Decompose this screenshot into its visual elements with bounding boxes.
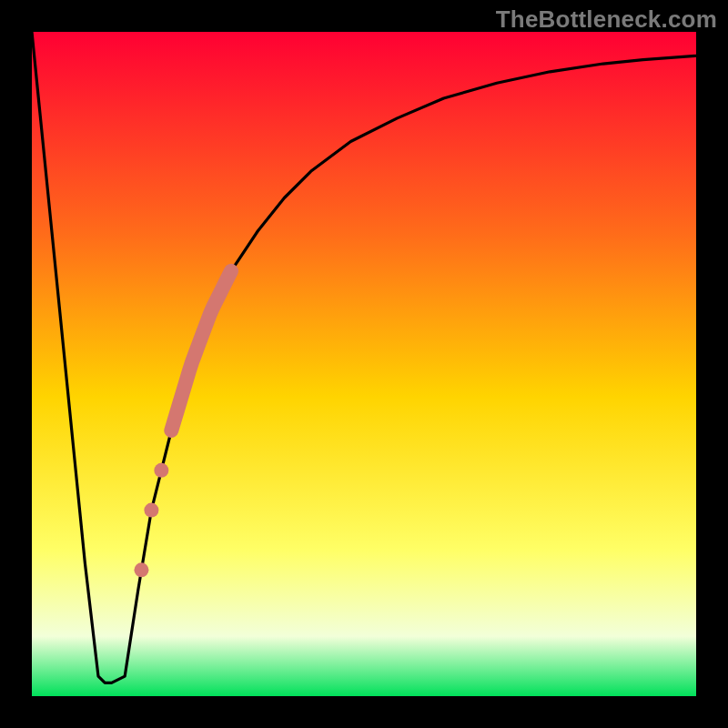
chart-svg [0,0,728,728]
watermark-text: TheBottleneck.com [496,5,717,34]
highlight-dot [144,503,158,518]
bottleneck-chart: TheBottleneck.com [0,0,728,728]
plot-background [32,32,696,696]
highlight-dot [134,562,148,577]
highlight-dot [154,463,168,478]
